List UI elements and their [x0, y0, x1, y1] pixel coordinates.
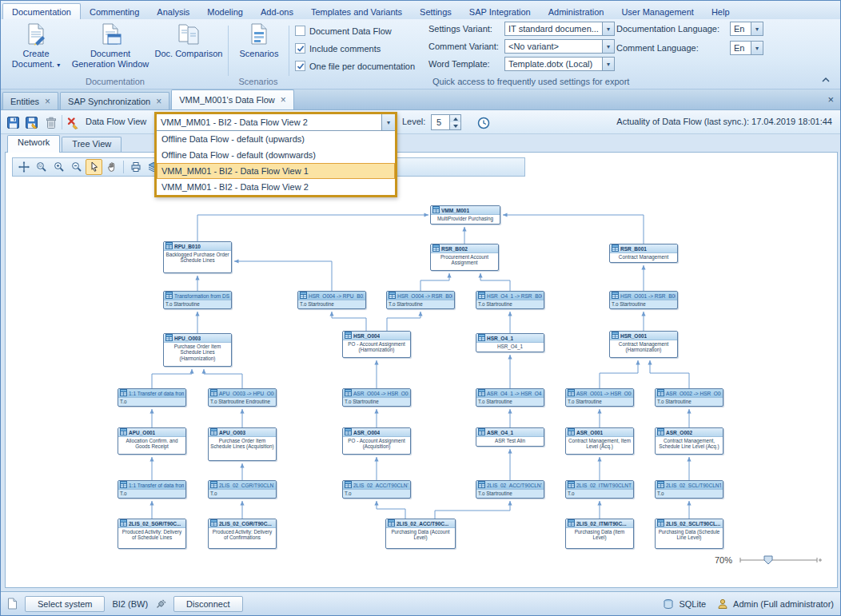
doc-comparison-button[interactable]: Doc. Comparison	[153, 22, 225, 59]
diagram-node-asr-o002[interactable]: ASR_O002Contract Management, Schedule Li…	[655, 427, 723, 455]
diagram-node-trf-asr-o002-hsr-o001[interactable]: ASR_O002 -> HSR_O001T.o Startroutine	[655, 388, 723, 407]
diagram-node-hsr-o004[interactable]: HSR_O004PO - Account Assignment (Harmoni…	[342, 331, 411, 358]
diagram-node-ds-2lis-02-acc[interactable]: 2LIS_02_ACC/T90C...Purchasing Data (Acco…	[385, 519, 456, 549]
diagram-node-trf-hsr-o001-rsr-b001[interactable]: HSR_O001 -> RSR_B001T.o Startroutine	[609, 291, 678, 309]
diagram-node-trf-dso-hp[interactable]: Transformation from DSO HP...T.o Startro…	[163, 291, 232, 309]
diagram-node-trf-2lis-02-acc-2[interactable]: 2LIS_02_ACC/T90CLNT090->...T.o Startrout…	[476, 480, 544, 499]
dropdown-option-1[interactable]: Offline Data Flow - default (upwards)	[157, 131, 395, 147]
close-icon[interactable]: ×	[45, 97, 50, 105]
diagram-node-ds-2lis-02-cgr[interactable]: 2LIS_02_CGR/T90C...Produced Activity: De…	[208, 519, 277, 549]
diagram-node-trf-hsr-o004-rsr-b002[interactable]: HSR_O004 -> RSR_B002T.o Startroutine	[386, 291, 455, 309]
close-icon[interactable]: ×	[156, 97, 161, 105]
ribbon-tab-commenting[interactable]: Commenting	[81, 4, 148, 19]
checkbox-include-comments[interactable]: Include comments	[295, 42, 415, 55]
print-icon[interactable]	[127, 159, 144, 175]
save-icon[interactable]	[6, 115, 21, 130]
chevron-down-icon[interactable]: ▾	[381, 114, 395, 130]
diagram-node-trf-hsr-o4-1-rsr-b002[interactable]: HSR_O4_1 -> RSR_B002T.o Startroutine	[476, 291, 544, 309]
collapse-ribbon-button[interactable]	[818, 73, 834, 85]
ribbon-tab-settings[interactable]: Settings	[411, 4, 460, 19]
diagram-node-hpu-o003[interactable]: HPU_O003Purchase Order Item Schedule Lin…	[163, 333, 232, 367]
doc-tab-vmm-m001-s-data-flow[interactable]: VMM_M001's Data Flow×	[171, 89, 294, 109]
checkbox-one-file-per-documentation[interactable]: One file per documentation	[295, 59, 415, 73]
close-icon[interactable]: ×	[281, 96, 286, 104]
checkbox-icon[interactable]	[295, 43, 305, 54]
diagram-node-apu-o001[interactable]: APU_O001Allocation Confirm. and Goods Re…	[118, 427, 186, 455]
diagram-node-ds-2lis-02-scl[interactable]: 2LIS_02_SCL/T90CL...Purchasing Data (Sch…	[655, 519, 723, 549]
combobox-word-template[interactable]: Template.dotx (Local)▾	[504, 57, 615, 71]
diagram-node-rpu-b010[interactable]: RPU_B010Backlogged Purchase Order Schedu…	[163, 241, 232, 273]
level-down-button[interactable]	[450, 122, 460, 129]
zoom-in-icon[interactable]	[50, 159, 67, 175]
diagram-node-rsr-b002[interactable]: RSR_B002Procurement Account Assignment	[430, 244, 499, 271]
document-generation-window-button[interactable]: Document Generation Window	[71, 22, 149, 69]
diagram-node-rsr-b001[interactable]: RSR_B001Contract Management	[609, 244, 678, 263]
zoom-slider[interactable]	[739, 554, 822, 566]
combobox-settings-variant[interactable]: IT standard documen...▾	[504, 22, 615, 36]
combobox-comment-variant[interactable]: <No variant>▾	[504, 39, 615, 54]
ribbon-tab-user-management[interactable]: User Management	[612, 4, 703, 19]
ribbon-tab-help[interactable]: Help	[703, 4, 739, 19]
checkbox-icon[interactable]	[295, 26, 305, 36]
chevron-down-icon[interactable]: ▾	[602, 58, 614, 70]
checkbox-document-data-flow[interactable]: Document Data Flow	[295, 24, 415, 38]
ribbon-tab-modeling[interactable]: Modeling	[198, 4, 252, 19]
pointer-tool-icon[interactable]	[86, 159, 102, 175]
chevron-down-icon[interactable]: ▾	[602, 40, 614, 53]
diagram-node-trf-2lis-02-cgr[interactable]: 2LIS_02_CGR/T90CLNT090->...T.o	[208, 480, 277, 499]
chevron-down-icon[interactable]: ▾	[602, 22, 614, 35]
diagram-node-trf-2lis-02-scl[interactable]: 2LIS_02_SCL/T90CLNT090->...T.o	[655, 480, 723, 499]
level-up-button[interactable]	[450, 115, 460, 122]
diagram-node-apu-o003[interactable]: APU_O003Purchase Order Item Schedule Lin…	[208, 427, 277, 461]
dropdown-option-4[interactable]: VMM_MM01 - BI2 - Data Flow View 2	[157, 179, 395, 195]
dropdown-option-3[interactable]: VMM_MM01 - BI2 - Data Flow View 1	[157, 163, 395, 179]
dropdown-option-2[interactable]: Offline Data Flow - default (downwards)	[157, 147, 395, 163]
select-system-button[interactable]: Select system	[25, 596, 105, 612]
diagram-node-trf-2lis-apu[interactable]: 1:1 Transfer of data from 2LIS...T.o	[118, 480, 186, 499]
diagram-node-asr-o001[interactable]: ASR_O001Contract Management, Item Level …	[565, 427, 634, 455]
diagram-node-trf-hsr-o004-rpu-b010[interactable]: HSR_O004 -> RPU_B010T.o Startroutine	[297, 291, 366, 309]
zoom-region-icon[interactable]	[33, 159, 50, 175]
doc-tab-sap-synchronization[interactable]: SAP Synchronization×	[60, 92, 169, 109]
ribbon-tab-administration[interactable]: Administration	[540, 4, 613, 19]
diagram-node-trf-asr-o004-hsr-o004[interactable]: ASR_O004 -> HSR_O004T.o Startroutine	[342, 388, 411, 407]
data-flow-view-combobox[interactable]: VMM_MM01 - BI2 - Data Flow View 2 ▾	[157, 114, 395, 131]
diagram-node-vmm-m001[interactable]: VMM_M001MultiProvider Purchasing	[430, 205, 500, 225]
diagram-node-hsr-o4-1[interactable]: HSR_O4_1HSR_O4_1	[476, 333, 544, 352]
scenarios-button[interactable]: Scenarios	[233, 22, 285, 59]
diagram-node-ds-2lis-02-itm[interactable]: 2LIS_02_ITM/T90C...Purchasing Data (Item…	[565, 519, 634, 549]
ribbon-tab-documentation[interactable]: Documentation	[2, 3, 81, 19]
diagram-node-asr-o4-1[interactable]: ASR_O4_1ASR Test Alin	[476, 427, 544, 447]
diagram-node-hsr-o001[interactable]: HSR_O001Contract Management (Harmonizati…	[609, 331, 678, 358]
fit-view-icon[interactable]	[15, 159, 32, 175]
close-document-icon[interactable]: ×	[827, 93, 834, 105]
save-as-icon[interactable]	[24, 115, 39, 130]
zoom-out-icon[interactable]	[68, 159, 85, 175]
diagram-node-trf-asr-o001-hsr-o001[interactable]: ASR_O001 -> HSR_O001T.o Startroutine	[565, 388, 634, 407]
diagram-node-trf-2lis-02-itm[interactable]: 2LIS_02_ITM/T90CLNT090->...T.o	[565, 480, 634, 499]
checkbox-icon[interactable]	[295, 61, 305, 71]
combobox-comment-language[interactable]: En▾	[730, 41, 763, 55]
ribbon-tab-sap-integration[interactable]: SAP Integration	[460, 4, 540, 19]
diagram-node-asr-o004[interactable]: ASR_O004PO - Account Assignment (Acquisi…	[342, 427, 411, 455]
doc-tab-entities[interactable]: Entities×	[2, 92, 58, 109]
diagram-node-trf-2lis-02-acc-1[interactable]: 2LIS_02_ACC/T90CLNT090->...T.o	[342, 480, 411, 499]
diagram-node-trf-asr-o4-1-hsr-o4-1[interactable]: ASR_O4_1 -> HSR_O4_1T.o Startroutine	[476, 388, 544, 407]
pan-hand-icon[interactable]	[103, 159, 120, 175]
diagram-node-ds-2lis-02-sgr[interactable]: 2LIS_02_SGR/T90C...Produced Activity: De…	[118, 519, 186, 549]
create-document-button[interactable]: Create Document. ▾	[4, 22, 68, 69]
chevron-down-icon[interactable]: ▾	[751, 22, 763, 35]
delete-icon[interactable]	[43, 115, 58, 130]
combobox-documentation-language[interactable]: En▾	[730, 22, 763, 36]
diagram-node-trf-apu-o003-hpu-o003[interactable]: APU_O003 -> HPU_O003T.o Startroutine End…	[208, 388, 277, 407]
remove-view-icon[interactable]	[66, 115, 81, 130]
ribbon-tab-analysis[interactable]: Analysis	[148, 4, 198, 19]
diagram-node-trf-apu[interactable]: 1:1 Transfer of data from APU...T.o	[118, 388, 186, 407]
chevron-down-icon[interactable]: ▾	[751, 42, 763, 54]
disconnect-button[interactable]: Disconnect	[173, 596, 242, 612]
ribbon-tab-templates-and-variants[interactable]: Templates and Variants	[302, 4, 411, 19]
ribbon-tab-add-ons[interactable]: Add-ons	[252, 4, 302, 19]
level-stepper[interactable]: 5	[431, 114, 461, 130]
clock-icon[interactable]	[476, 115, 491, 130]
view-tab-tree-view[interactable]: Tree View	[62, 137, 122, 152]
